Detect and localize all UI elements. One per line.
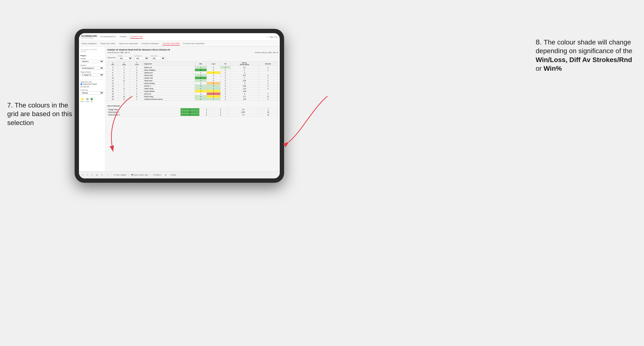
toolbar-watch-label: Watch — [155, 174, 160, 176]
toolbar-fwd[interactable]: ↪· — [100, 173, 104, 176]
toolbar-undo[interactable]: ↩ — [81, 173, 84, 176]
nav-teams[interactable]: TEAMS — [120, 35, 127, 39]
toolbar-clock[interactable]: 🕐 — [106, 173, 110, 176]
table-cell: 4 — [230, 69, 258, 71]
subnav-player-summary[interactable]: PLAYER SUMMARY — [142, 42, 159, 45]
out-table-cell: 0 — [214, 111, 228, 114]
toolbar-back[interactable]: ↩ — [90, 173, 94, 176]
sidebar-colour-by-select[interactable]: Win/loss — [80, 91, 104, 95]
table-cell: 0 — [220, 74, 230, 77]
sidebar-division-select[interactable]: NCAA Division III — [80, 67, 104, 70]
table-cell: 8 — [118, 87, 130, 90]
table-row: 1621Jessica Mason120-0.94 — [108, 90, 278, 93]
table-cell: 2 — [206, 85, 220, 87]
table-cell: 2 — [118, 93, 130, 95]
col-reg: #Reg — [118, 62, 130, 66]
toolbar-view-original[interactable]: 👁 View: Original — [113, 173, 127, 176]
col-win: Win — [195, 62, 206, 66]
table-row: 1474Eunice Yi2200.389 — [108, 85, 278, 87]
nav-committee[interactable]: COMMITTEE — [130, 35, 143, 39]
legend-down-label: Down — [80, 101, 84, 102]
table-cell: Emily Chang — [144, 95, 195, 98]
sidebar-player-rank-label: Player (Rank) — [80, 71, 104, 73]
legend-down-dot — [81, 98, 84, 100]
table-cell: -0.94 — [230, 90, 258, 93]
out-of-division-table: Foreign Team1004.52NAIA Division 115009.… — [107, 108, 278, 116]
filter-opponent-select[interactable]: (All) — [151, 57, 165, 60]
nav-right: | Sign out — [268, 35, 277, 38]
sidebar-top100-label[interactable]: Top 100 — [80, 86, 104, 88]
table-cell: 2 — [195, 85, 206, 87]
table-cell: 4 — [258, 66, 278, 69]
table-row: 1311Jessica Huang010-32 — [108, 82, 278, 85]
sub-nav: TEAM SUMMARY TEAM H2H GRID TEAM H2H HEAT… — [79, 41, 280, 47]
filter-conference-select[interactable]: (All) — [134, 57, 149, 60]
annotation-left-text: 7. The colours in the grid are based on … — [7, 101, 72, 127]
table-cell: 6 — [118, 77, 130, 79]
nav-tournaments[interactable]: TOURNAMENTS — [100, 35, 116, 39]
toolbar-grid-icon[interactable]: ⊞ — [164, 173, 167, 176]
table-cell: Eunice Yi — [144, 85, 195, 87]
table-row: 914Sharon Mun1003.673 — [108, 74, 278, 77]
table-cell: 1 — [195, 74, 206, 77]
toolbar-share[interactable]: ↗ Share — [169, 173, 177, 176]
out-of-division-label: Out of division — [107, 105, 278, 107]
subnav-team-h2h-grid[interactable]: TEAM H2H GRID — [100, 42, 116, 45]
toolbar-divider-3 — [150, 173, 151, 177]
subnav-player-h2h-grid[interactable]: PLAYER H2H GRID — [162, 42, 180, 45]
division-record: Division Record: 331 - 34 - 6 — [255, 51, 278, 54]
table-cell: 10 — [118, 95, 130, 98]
table-cell: 20 — [108, 98, 118, 101]
out-table-cell: NAIA Division 1 — [108, 111, 180, 114]
table-cell: Federica Domecq Lacroze — [144, 98, 195, 101]
sidebar-colour-by-label: Colour by — [80, 89, 104, 91]
table-cell: 3 — [258, 79, 278, 82]
sidebar-gender-select[interactable]: Women's — [80, 60, 104, 63]
table-cell: 2 — [130, 93, 144, 95]
filter-region-group: Region (All) — [118, 55, 132, 60]
col-conf: #Conf — [130, 62, 144, 66]
table-cell: 0 — [220, 87, 230, 90]
grid-record: Overall Record: 353 - 34 - 6 Division Re… — [107, 51, 278, 54]
toolbar-redo-1[interactable]: ↪ — [86, 173, 89, 176]
legend-level-dot — [86, 98, 88, 100]
out-table-cell: NCAA Division 2 — [108, 114, 180, 116]
eye-icon: 👁 — [114, 174, 115, 176]
toolbar: ↩ ↪ ↩ ⊞ ↪· 🕐 👁 View: Original 💾 Save Cus… — [79, 171, 280, 178]
table-cell: 11 — [118, 98, 130, 101]
out-table-cell: 1 — [180, 108, 199, 111]
table-cell: 0 — [195, 93, 206, 95]
table-cell: 1 — [206, 95, 220, 98]
subnav-team-h2h-heatmap[interactable]: TEAM H2H HEATMAP — [119, 42, 138, 45]
sidebar-player-rank-select[interactable]: 8. Katelyn Vo — [80, 73, 104, 76]
sidebar-opponents-played-radio[interactable] — [80, 83, 82, 85]
out-table-cell: 10 — [259, 114, 278, 116]
grid-title: Katelyn Vo Head-to-Head Grid for Women's… — [107, 49, 278, 51]
table-cell: 3 — [130, 77, 144, 79]
legend-up-item: Up — [90, 98, 93, 102]
filter-region-select[interactable]: (All) — [118, 57, 132, 60]
subnav-player-h2h-heatmap[interactable]: PLAYER H2H HEATMAP — [183, 42, 205, 45]
table-cell: 6 — [130, 95, 144, 98]
toolbar-save-custom[interactable]: 💾 Save Custom View — [130, 173, 149, 176]
sidebar-top100-radio[interactable] — [80, 86, 82, 88]
sidebar-opponents-played-label[interactable]: Opponents Played — [80, 83, 104, 85]
table-cell: 2 — [118, 90, 130, 93]
table-cell: 6 — [108, 71, 118, 74]
toolbar-copy[interactable]: ⊞ — [95, 173, 99, 176]
nav-logo: SCOREBOARD Powered by clippd — [81, 35, 97, 39]
subnav-team-summary[interactable]: TEAM SUMMARY — [81, 42, 97, 45]
logo-text: SCOREBOARD — [81, 35, 97, 37]
table-cell: 1.25 — [230, 87, 258, 90]
col-rounds: Rounds — [258, 62, 278, 66]
out-table-cell: 0 — [199, 111, 214, 114]
table-cell: 15 — [108, 87, 118, 90]
table-cell — [258, 71, 278, 74]
table-cell: 0 — [220, 71, 230, 74]
nav-sign-out[interactable]: Sign out — [270, 35, 277, 38]
table-cell: 2 — [195, 77, 206, 79]
table-cell: -3 — [230, 82, 258, 85]
sidebar-radio-group: Opponents Played Top 100 — [80, 83, 104, 88]
out-table-cell: 0 — [214, 114, 228, 116]
toolbar-watch[interactable]: 👁 Watch ▾ — [152, 173, 162, 176]
